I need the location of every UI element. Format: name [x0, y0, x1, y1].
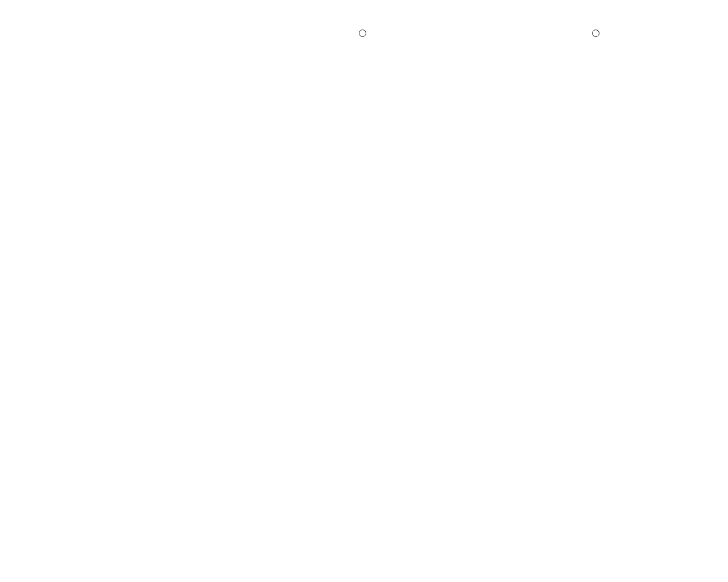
- station-circle-icon: [592, 30, 599, 37]
- station-circle-icon: [359, 30, 366, 37]
- plot-graphics: [0, 0, 728, 582]
